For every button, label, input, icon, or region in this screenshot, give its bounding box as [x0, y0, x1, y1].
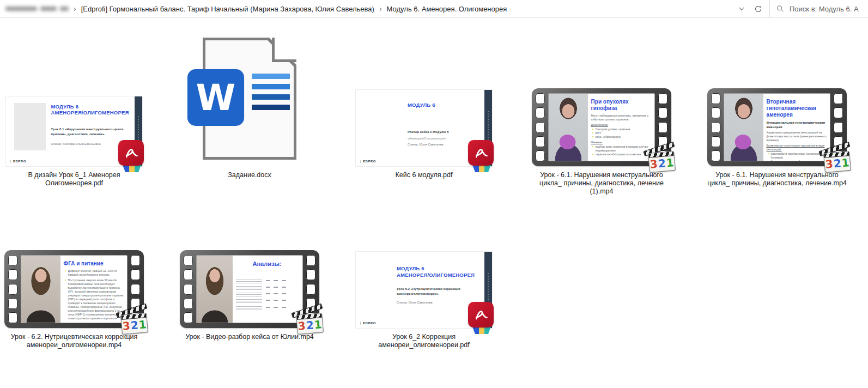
filmstrip-holes-icon	[8, 255, 17, 323]
slide-image-placeholder	[14, 103, 46, 150]
lab-results-table	[236, 280, 298, 311]
slide-title: ФГА и питание	[64, 260, 124, 267]
speaker-photo	[21, 256, 60, 323]
page-fold-icon	[272, 38, 296, 62]
filmstrip-holes-icon	[184, 255, 193, 323]
slide-text: Могут наблюдаться симптомы, связанные с …	[591, 114, 652, 122]
file-name: Урок - 6.1. Нарушения менструального цик…	[704, 171, 850, 187]
slide-subtitle: «Аменорея/Олигоменорея»	[408, 136, 446, 141]
acrobat-pdf-icon	[468, 140, 494, 166]
video-thumbnail: Анализы: 321	[180, 250, 319, 328]
search-box[interactable]	[770, 0, 868, 17]
chevron-down-icon	[738, 5, 745, 12]
document-lines-icon	[252, 74, 290, 115]
slide-title: Анализы:	[235, 260, 299, 267]
address-dropdown-button[interactable]	[733, 0, 750, 17]
file-name: В дизайн Урок 6_1 Аменорея Олигоменорея.…	[0, 171, 148, 187]
speaker-photo	[549, 94, 588, 161]
slide-subtitle: Функциональная гипоталамическая аменорея	[767, 120, 827, 129]
slide-lesson: Разбор кейса к Модулю 6	[408, 130, 483, 135]
pdf-thumbnail: МОДУЛЬ 6 Разбор кейса к Модулю 6 «Аменор…	[356, 90, 492, 166]
media-player-classic-badge: 321	[646, 144, 677, 173]
speaker-photo	[197, 256, 233, 323]
video-thumbnail: Вторичная гипоталамическая аменорея Функ…	[707, 88, 847, 166]
file-name: Урок 6_2 Коррекция аменореи_олигоменореи…	[354, 333, 494, 349]
acrobat-pdf-icon	[468, 302, 494, 328]
slide-title: МОДУЛЬ 6	[408, 102, 435, 108]
speaker-photo	[724, 94, 763, 161]
slide-speaker: Спикер: Юлия Савельева	[397, 301, 433, 304]
video-thumbnail: При опухолях гипофиза Могут наблюдаться …	[532, 88, 671, 166]
word-document-icon: W	[203, 38, 296, 160]
search-input[interactable]	[790, 5, 866, 13]
slide-heading: Диагностика:	[591, 123, 652, 127]
file-tile-pdf[interactable]: МОДУЛЬ 6АМЕНОРЕЯ/ОЛИГОМЕНОРЕЯ Урок 6.1 «…	[0, 33, 148, 187]
breadcrumb-item-course[interactable]: [Edprofi] Гормональный баланс. Тариф Нач…	[79, 4, 377, 14]
breadcrumb-item-module[interactable]: Модуль 6. Аменорея. Олигоменорея	[385, 4, 509, 14]
word-logo-icon: W	[187, 69, 244, 126]
explorer-top-bar: › [Edprofi] Гормональный баланс. Тариф Н…	[0, 0, 868, 18]
file-tile-pdf[interactable]: МОДУЛЬ 6АМЕНОРЕЯ/ОЛИГОМЕНОРЕЯ Урок 6.2 «…	[354, 246, 494, 349]
file-tile-docx[interactable]: W Задание.docx	[180, 33, 319, 179]
filmstrip-holes-icon	[536, 93, 545, 161]
media-player-classic-badge: 321	[119, 306, 149, 335]
pdf-file-badge	[115, 140, 145, 173]
slide-title: МОДУЛЬ 6АМЕНОРЕЯ/ОЛИГОМЕНОРЕЯ	[397, 265, 485, 278]
redacted-breadcrumb-item[interactable]	[5, 7, 69, 11]
slide-speaker: Спикер: Хохлова Ольга Евгеньевна	[51, 142, 101, 146]
breadcrumb-separator-icon: ›	[377, 4, 385, 13]
media-player-classic-badge: 321	[294, 306, 325, 335]
acrobat-pdf-icon	[118, 140, 144, 166]
pdf-file-badge	[465, 302, 495, 335]
slide-bullet-list: Дефицит энергии, равный 22–42% от базово…	[64, 269, 124, 320]
edpro-logo: EDPRO	[10, 160, 26, 163]
slide-heading: Выявляются психические нарушения в виде …	[767, 144, 827, 151]
file-name: Урок - 6.2. Нутрицевтическая коррекция а…	[0, 333, 148, 349]
media-player-classic-badge: 321	[822, 144, 852, 173]
address-bar[interactable]: › [Edprofi] Гормональный баланс. Тариф Н…	[0, 0, 770, 17]
slide-title: МОДУЛЬ 6АМЕНОРЕЯ/ОЛИГОМЕНОРЕЯ	[51, 104, 136, 116]
slide-bullet-list: расстройств приема пищи (анорексия, були…	[767, 152, 827, 161]
slide-speaker: Спикер: Юлия Савельева	[408, 143, 444, 146]
search-icon	[776, 5, 784, 13]
breadcrumb-separator-icon: ›	[71, 4, 79, 13]
file-tile-video[interactable]: Вторичная гипоталамическая аменорея Функ…	[704, 33, 850, 187]
edpro-logo: EDPRO	[360, 160, 376, 163]
file-tile-video[interactable]: Анализы: 321 Урок - Видео	[180, 246, 319, 341]
pdf-file-badge	[465, 140, 495, 173]
slide-text: Характерно прекращение менструаций на фо…	[767, 131, 827, 142]
file-name: Урок - 6.1. Нарушения менструального цик…	[532, 171, 671, 196]
refresh-icon	[754, 5, 762, 13]
slide-bullet-list: Смотрим уровни гормонов МРТ конс. нейрох…	[591, 128, 652, 139]
refresh-button[interactable]	[750, 0, 766, 17]
edpro-logo: EDPRO	[360, 322, 376, 325]
slide-heading: Лечение:	[591, 141, 652, 144]
filmstrip-holes-icon	[711, 93, 720, 161]
slide-title: При опухолях гипофиза	[591, 99, 652, 112]
video-thumbnail: ФГА и питание Дефицит энергии, равный 22…	[4, 250, 144, 328]
slide-lesson: Урок 6.1 «Нарушения менструального цикла…	[51, 127, 130, 136]
file-tile-pdf[interactable]: МОДУЛЬ 6 Разбор кейса к Модулю 6 «Аменор…	[354, 33, 494, 179]
file-tile-video[interactable]: ФГА и питание Дефицит энергии, равный 22…	[0, 246, 148, 349]
slide-bullet-list: подбор дозы гормонов в каждом случае инд…	[591, 145, 652, 156]
slide-title: Вторичная гипоталамическая аменорея	[767, 99, 827, 118]
pdf-thumbnail: МОДУЛЬ 6АМЕНОРЕЯ/ОЛИГОМЕНОРЕЯ Урок 6.1 «…	[6, 96, 142, 166]
file-name: Задание.docx	[180, 171, 319, 179]
slide-lesson: Урок 6.2 «Нутрицевтическая коррекция аме…	[397, 287, 476, 296]
file-tile-video[interactable]: При опухолях гипофиза Могут наблюдаться …	[532, 33, 671, 196]
pdf-thumbnail: МОДУЛЬ 6АМЕНОРЕЯ/ОЛИГОМЕНОРЕЯ Урок 6.2 «…	[356, 252, 492, 328]
